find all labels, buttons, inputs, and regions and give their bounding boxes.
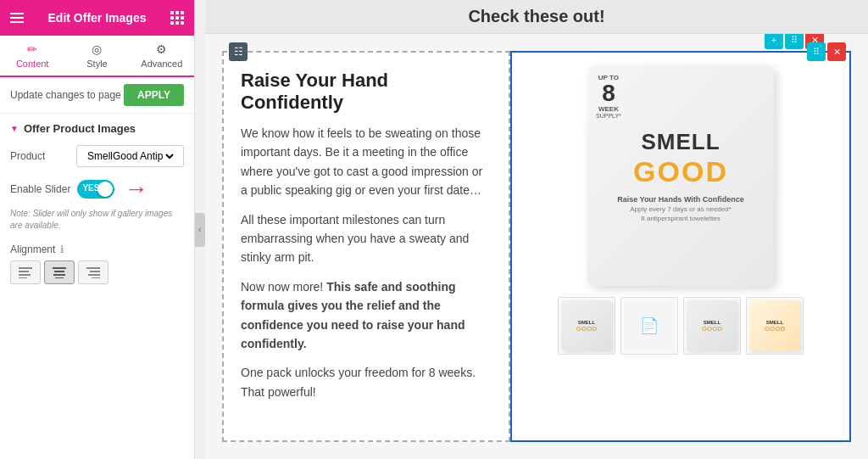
svg-rect-2 bbox=[19, 274, 31, 276]
text-para2: All these important milestones can turn … bbox=[241, 210, 492, 267]
left-panel: Edit Offer Images ✏ Content ◎ Style ⚙ Ad… bbox=[0, 0, 195, 459]
align-btn-group bbox=[10, 260, 184, 284]
red-arrow-indicator: ← bbox=[125, 177, 148, 201]
tab-content[interactable]: ✏ Content bbox=[0, 36, 64, 77]
image-block: + ⠿ ✕ ⠿ ✕ UP TO 8 WEEK SUPPLY* bbox=[510, 51, 851, 442]
product-dropdown[interactable]: SmellGood Antipers bbox=[76, 145, 184, 167]
grid-btn-second[interactable]: ⠿ bbox=[807, 42, 826, 61]
tabs-row: ✏ Content ◎ Style ⚙ Advanced bbox=[0, 36, 194, 77]
close-btn-second[interactable]: ✕ bbox=[827, 42, 846, 61]
thumbnail-1[interactable]: SMELL GOOD bbox=[558, 297, 615, 355]
thumb-box-1: SMELL GOOD bbox=[561, 300, 612, 351]
thumbnails-row: SMELL GOOD 📄 SMELL GOOD bbox=[520, 297, 841, 355]
thumb-box-4: SMELL GOOD bbox=[749, 300, 800, 351]
svg-rect-3 bbox=[19, 277, 27, 278]
advanced-icon: ⚙ bbox=[156, 42, 167, 56]
product-sub: Apply every 7 days or as needed* bbox=[630, 205, 732, 213]
product-tagline: Raise Your Hands With Confidence bbox=[617, 195, 744, 204]
canvas-area: ☷ Raise Your Hand Confidently We know ho… bbox=[205, 34, 868, 459]
product-field-row: Product SmellGood Antipers bbox=[0, 140, 194, 172]
image-block-inner: UP TO 8 WEEK SUPPLY* SMELL GOOD Raise Yo… bbox=[512, 53, 849, 440]
product-name-good: GOOD bbox=[633, 155, 728, 188]
product-label: Product bbox=[10, 150, 70, 162]
enable-slider-toggle[interactable]: YES bbox=[77, 180, 114, 199]
tab-advanced[interactable]: ⚙ Advanced bbox=[130, 36, 194, 76]
content-icon: ✏ bbox=[27, 42, 37, 56]
svg-rect-11 bbox=[92, 277, 100, 278]
svg-rect-1 bbox=[19, 271, 29, 272]
page-header: Check these out! bbox=[205, 0, 868, 34]
badge-num-text: 8 bbox=[596, 81, 621, 105]
product-name-smell: SMELL bbox=[641, 129, 720, 155]
align-right-btn[interactable] bbox=[78, 260, 108, 284]
section-arrow: ▼ bbox=[10, 124, 19, 133]
text-heading: Raise Your Hand Confidently bbox=[241, 70, 492, 114]
svg-rect-4 bbox=[53, 267, 66, 269]
toggle-row: Enable Slider YES ← bbox=[0, 172, 194, 206]
hamburger-icon[interactable] bbox=[10, 13, 24, 23]
text-block-handle[interactable]: ☷ bbox=[229, 42, 248, 61]
thumb-box-2: 📄 bbox=[624, 300, 675, 351]
section-title: Offer Product Images bbox=[24, 122, 136, 135]
text-para1: We know how it feels to be sweating on t… bbox=[241, 124, 492, 200]
grid-icon[interactable] bbox=[170, 11, 184, 25]
main-content: Check these out! ☷ Raise Your Hand Confi… bbox=[205, 0, 868, 459]
panel-header: Edit Offer Images bbox=[0, 0, 194, 36]
alignment-info-icon: ℹ bbox=[60, 243, 64, 255]
text-para4: One pack unlocks your freedom for 8 week… bbox=[241, 363, 492, 401]
badge-supply-text: SUPPLY* bbox=[596, 113, 621, 119]
svg-rect-7 bbox=[55, 277, 64, 278]
main-product-image: UP TO 8 WEEK SUPPLY* SMELL GOOD Raise Yo… bbox=[537, 61, 825, 290]
product-box: UP TO 8 WEEK SUPPLY* SMELL GOOD Raise Yo… bbox=[587, 65, 774, 286]
apply-text: Update changes to page bbox=[10, 89, 121, 101]
grid-btn-top[interactable]: ⠿ bbox=[785, 34, 804, 49]
apply-button[interactable]: APPLY bbox=[124, 84, 184, 106]
product-select[interactable]: SmellGood Antipers bbox=[84, 149, 176, 163]
text-para3-prefix: Now now more! bbox=[241, 280, 326, 294]
product-badge: UP TO 8 WEEK SUPPLY* bbox=[596, 74, 621, 119]
svg-rect-8 bbox=[86, 267, 100, 269]
collapse-panel-handle[interactable]: ‹ bbox=[195, 213, 205, 247]
section-header: ▼ Offer Product Images bbox=[0, 114, 194, 140]
svg-rect-9 bbox=[90, 271, 100, 272]
enable-slider-label: Enable Slider bbox=[10, 183, 70, 195]
tab-advanced-label: Advanced bbox=[141, 59, 182, 69]
align-left-btn[interactable] bbox=[10, 260, 41, 284]
badge-week-text: WEEK bbox=[596, 105, 621, 113]
product-count: 8 antiperspirant towelettes bbox=[641, 215, 720, 222]
svg-rect-6 bbox=[53, 274, 65, 276]
text-para3: Now now more! This safe and soothing for… bbox=[241, 277, 492, 354]
svg-rect-0 bbox=[19, 267, 32, 269]
svg-rect-10 bbox=[88, 274, 100, 276]
thumbnail-4[interactable]: SMELL GOOD bbox=[746, 297, 804, 355]
panel-title: Edit Offer Images bbox=[48, 11, 147, 25]
thumb-box-3: SMELL GOOD bbox=[687, 300, 737, 351]
alignment-row: Alignment ℹ bbox=[0, 238, 194, 289]
style-icon: ◎ bbox=[92, 42, 102, 56]
text-block: ☷ Raise Your Hand Confidently We know ho… bbox=[222, 51, 510, 442]
tab-style-label: Style bbox=[86, 59, 107, 69]
align-center-btn[interactable] bbox=[44, 260, 75, 284]
tab-content-label: Content bbox=[16, 59, 49, 69]
tab-style[interactable]: ◎ Style bbox=[64, 36, 129, 76]
alignment-label: Alignment bbox=[10, 243, 55, 255]
slider-note: Note: Slider will only show if gallery i… bbox=[0, 206, 194, 238]
move-btn-top[interactable]: + bbox=[765, 34, 783, 49]
second-block-toolbar: ⠿ ✕ bbox=[807, 42, 846, 61]
alignment-label-row: Alignment ℹ bbox=[10, 243, 184, 255]
page-heading: Check these out! bbox=[468, 7, 604, 25]
thumbnail-2[interactable]: 📄 bbox=[620, 297, 678, 355]
svg-rect-5 bbox=[54, 271, 64, 272]
thumbnail-3[interactable]: SMELL GOOD bbox=[683, 297, 741, 355]
apply-row: Update changes to page APPLY bbox=[0, 77, 194, 114]
toggle-yes-text: YES bbox=[82, 183, 99, 193]
